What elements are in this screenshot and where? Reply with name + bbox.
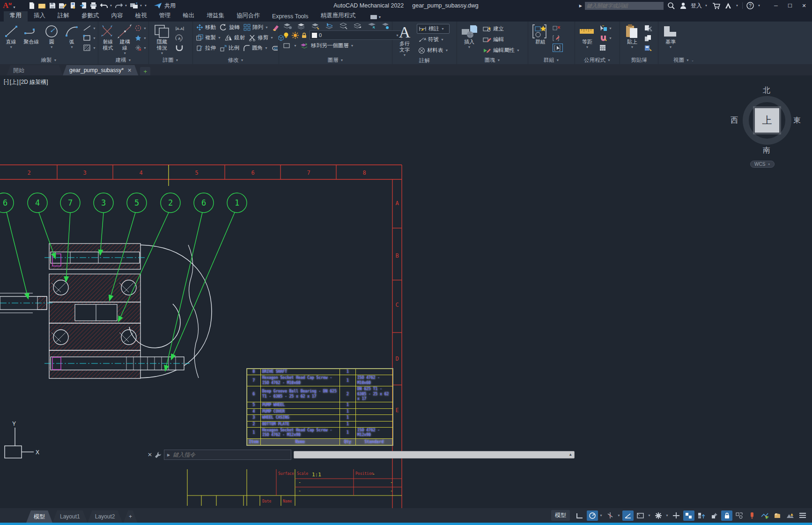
command-history-up-icon[interactable]: ▲ [568,452,572,457]
tab-content[interactable]: 內容 [105,10,129,22]
new-file-button[interactable] [27,1,37,10]
layer-dropdown[interactable]: 0 ▼ [310,30,401,40]
maximize-button[interactable]: ☐ [783,0,797,11]
signin-button[interactable]: 登入 [691,2,702,10]
panel-label-construction[interactable]: 建構▼ [98,56,148,64]
autodesk-app-icon[interactable] [723,1,733,10]
panel-label-detail[interactable]: 詳圖▼ [149,56,192,64]
qat-customize-caret-icon[interactable]: ▼ [144,4,148,7]
panel-label-view[interactable]: 視圖▼⌄ [658,56,709,64]
ribbon-display-toggle[interactable]: ▼ [367,14,385,22]
share-button[interactable]: 共用 [154,2,176,10]
array-button[interactable]: 陣列▼ [242,22,270,32]
trace-icon[interactable] [746,510,758,521]
panel-label-annotation[interactable]: 註解 [392,57,457,64]
viewcube-east[interactable]: 東 [793,116,801,126]
dimension-button[interactable]: 標註▼ [417,24,450,34]
settings-caret-icon[interactable]: ▼ [665,514,669,517]
customize-menu-icon[interactable] [797,510,808,521]
panel-label-clipboard[interactable]: 剪貼簿 [620,56,658,64]
undo-button[interactable] [99,1,109,10]
snap-caret-icon[interactable]: ▼ [599,514,603,517]
ray-mode-button[interactable]: 射線 模式 [100,23,116,51]
hatch-flyout-button[interactable]: ▼ [83,44,96,52]
group-button[interactable]: 群組 [530,23,551,45]
quick-select-button[interactable]: ▼ [599,24,612,32]
help-caret-icon[interactable]: ▼ [758,4,761,7]
insert-block-button[interactable]: 插入▼ [459,23,480,49]
undo-caret-icon[interactable]: ▼ [110,4,113,7]
open-file-button[interactable] [37,1,47,10]
workspace-caret-icon[interactable]: ▼ [140,4,143,7]
close-button[interactable]: ✕ [797,0,811,11]
tab-parametric[interactable]: 參數式 [75,10,105,22]
selection-cycling-icon[interactable] [671,510,682,521]
layer-prev-icon[interactable] [353,22,362,30]
drawing-canvas[interactable]: [-] [上] [2D 線架構] [0,75,812,508]
bom-button[interactable]: 材料表▼ [417,45,450,55]
polyline-button[interactable]: 聚合線 [22,23,40,45]
redo-button[interactable] [114,1,124,10]
application-menu-button[interactable]: A M ▼ [2,1,19,10]
tab-annotate[interactable]: 註解 [52,10,75,22]
edit-block-button[interactable]: 編輯 [481,35,521,44]
calculator-button[interactable] [599,44,612,52]
rotate-button[interactable]: 旋轉 [218,22,241,32]
command-history-bar[interactable]: ▲ [294,451,575,458]
splatter-flyout-button[interactable]: ▼ [134,34,147,42]
commandline-customize-icon[interactable] [155,451,162,458]
tab-featured-apps[interactable]: 精選應用程式 [315,10,362,22]
line-flyout-button[interactable]: ▼ [83,24,96,32]
symbol-button[interactable]: A 符號▼ [417,35,450,44]
panel-label-draw[interactable]: 繪製▼ [0,56,98,64]
trim-button[interactable]: 修剪▼ [247,33,275,43]
copy-button[interactable]: 複製▼ [195,33,222,43]
settings-gear-icon[interactable] [653,510,664,521]
move-button[interactable]: 移動 [195,22,217,32]
model-space-toggle[interactable]: 模型 [551,510,570,521]
viewcube-south[interactable]: 南 [763,146,770,155]
viewcube-top-face[interactable]: 上 [755,108,779,133]
tab-model[interactable]: 模型 [26,510,52,523]
group-edit-button[interactable] [553,34,563,42]
panel-label-modify[interactable]: 修改▼ [193,56,279,64]
bom-table[interactable]: 8DRIVE SHAFT1 7Hexagon Socket Head Cap S… [247,369,393,445]
detail-clip-button[interactable] [175,44,185,52]
plot-button[interactable] [68,1,78,10]
view-control[interactable]: [上] [10,78,19,86]
mirror-button[interactable]: 鏡射 [223,33,246,43]
mtext-button[interactable]: A 多行 文字▼ [394,23,415,57]
viewcube[interactable]: 北 南 西 東 上 WCS▼ [738,89,799,169]
save-button[interactable] [48,1,57,10]
viewport-menu-control[interactable]: [-] [4,78,9,86]
tab-addins[interactable]: 增益集 [201,10,231,22]
layer-tools-icon[interactable] [311,22,320,30]
command-input[interactable] [173,451,288,458]
autodesk-caret-icon[interactable]: ▼ [736,4,739,7]
tab-express-tools[interactable]: Express Tools [266,12,315,22]
commandline-close-icon[interactable]: ✕ [148,451,152,458]
construction-line-button[interactable]: 建構 線▼ [118,23,133,55]
layer-isolate-icon[interactable] [283,43,291,49]
command-prompt[interactable]: ▶ [164,450,291,460]
measure-button[interactable]: 等距▼ [577,23,598,49]
layer-walk-icon[interactable] [325,22,334,30]
new-layout-button[interactable]: + [123,510,137,523]
cut-button[interactable] [644,24,652,32]
snap-magnet-button[interactable]: ▼ [599,34,612,42]
create-block-button[interactable]: 建立 [481,24,521,34]
isolate-objects-icon[interactable] [734,510,745,521]
autoscale-icon[interactable] [709,510,720,521]
offset-button[interactable] [270,43,280,53]
grid-icon[interactable] [574,510,585,521]
ortho-icon[interactable] [622,510,634,521]
layer-state-icon[interactable] [297,22,306,30]
rectangle-flyout-button[interactable]: ▼ [83,34,96,42]
group-selectable-button[interactable] [553,44,563,52]
export-button[interactable] [79,1,88,10]
paste-special-button[interactable] [644,44,652,52]
tab-layout2[interactable]: Layout2 [88,510,123,523]
arc-button[interactable]: 弧▼ [63,23,81,49]
tab-manage[interactable]: 管理 [153,10,177,22]
section-view-button[interactable]: A-A [175,24,185,32]
